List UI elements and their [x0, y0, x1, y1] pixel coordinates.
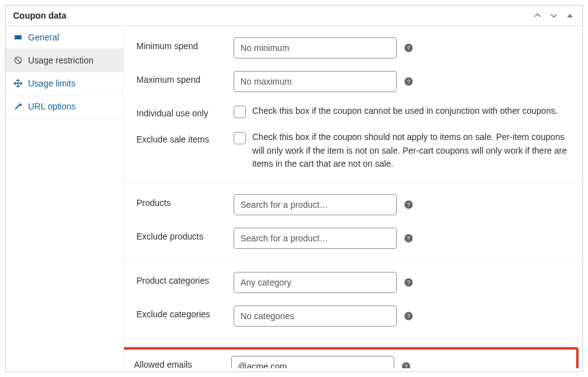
- help-icon[interactable]: ?: [401, 361, 412, 368]
- coupon-data-panel: Coupon data General: [5, 5, 583, 372]
- svg-line-1: [16, 58, 21, 63]
- ticket-icon: [13, 32, 23, 42]
- row-individual-use: Individual use only Check this box if th…: [124, 98, 582, 124]
- row-categories: Product categories ?: [124, 266, 582, 299]
- section-categories: Product categories ? Exclude categories …: [124, 261, 582, 338]
- sidebar-item-label: URL options: [28, 101, 76, 111]
- exclude-products-input[interactable]: [234, 228, 397, 249]
- row-products: Products ?: [124, 188, 582, 221]
- svg-text:?: ?: [407, 279, 410, 286]
- row-exclude-categories: Exclude categories ?: [124, 299, 582, 333]
- help-icon[interactable]: ?: [403, 233, 414, 244]
- help-icon[interactable]: ?: [403, 42, 414, 54]
- label-categories: Product categories: [136, 272, 224, 286]
- section-spend: Minimum spend ? Maximum spend ?: [124, 26, 582, 183]
- move-icon: [13, 78, 23, 88]
- panel-body: General Usage restriction Usage limits U…: [6, 26, 582, 368]
- panel-controls: [533, 11, 575, 21]
- label-individual-use: Individual use only: [136, 105, 224, 118]
- minimum-spend-input[interactable]: [234, 37, 397, 58]
- help-icon[interactable]: ?: [403, 76, 414, 87]
- help-icon[interactable]: ?: [403, 199, 414, 210]
- panel-header: Coupon data: [6, 6, 582, 26]
- label-maximum-spend: Maximum spend: [136, 71, 224, 85]
- svg-text:?: ?: [407, 78, 410, 85]
- chevron-up-icon[interactable]: [533, 11, 543, 21]
- row-minimum-spend: Minimum spend ?: [124, 31, 582, 65]
- row-maximum-spend: Maximum spend ?: [124, 65, 582, 98]
- sidebar-item-usage-limits[interactable]: Usage limits: [6, 72, 123, 95]
- individual-use-checkbox[interactable]: [234, 106, 246, 118]
- help-icon[interactable]: ?: [403, 310, 414, 322]
- wrench-icon: [13, 101, 23, 111]
- allowed-emails-input[interactable]: [231, 356, 394, 368]
- sidebar-item-url-options[interactable]: URL options: [6, 95, 123, 118]
- panel-title: Coupon data: [13, 11, 67, 21]
- maximum-spend-input[interactable]: [234, 71, 397, 92]
- label-allowed-emails: Allowed emails: [134, 356, 221, 368]
- triangle-up-icon[interactable]: [565, 11, 575, 21]
- exclude-sale-desc: Check this box if the coupon should not …: [252, 131, 570, 171]
- svg-text:?: ?: [407, 313, 410, 319]
- label-products: Products: [136, 194, 224, 208]
- sidebar-item-general[interactable]: General: [6, 26, 123, 49]
- categories-input[interactable]: [234, 272, 397, 293]
- sidebar-item-usage-restriction[interactable]: Usage restriction: [6, 49, 123, 72]
- row-allowed-emails: Allowed emails ?: [124, 350, 576, 368]
- svg-text:?: ?: [405, 363, 408, 368]
- row-exclude-sale: Exclude sale items Check this box if the…: [124, 124, 582, 177]
- label-minimum-spend: Minimum spend: [136, 37, 224, 51]
- exclude-categories-input[interactable]: [234, 305, 397, 327]
- individual-use-desc: Check this box if the coupon cannot be u…: [252, 105, 557, 118]
- section-products: Products ? Exclude products ?: [124, 183, 582, 261]
- sidebar-item-label: Usage restriction: [28, 55, 93, 65]
- ban-icon: [13, 55, 23, 65]
- products-input[interactable]: [234, 194, 397, 215]
- sidebar-item-label: General: [28, 32, 59, 42]
- label-exclude-sale: Exclude sale items: [136, 131, 224, 144]
- sidebar-item-label: Usage limits: [28, 78, 75, 88]
- svg-text:?: ?: [407, 45, 410, 51]
- help-icon[interactable]: ?: [403, 277, 414, 288]
- svg-text:?: ?: [407, 202, 410, 208]
- allowed-emails-highlight: Allowed emails ?: [124, 347, 579, 368]
- chevron-down-icon[interactable]: [549, 11, 559, 21]
- svg-text:?: ?: [407, 235, 410, 241]
- content: Minimum spend ? Maximum spend ?: [124, 26, 582, 368]
- section-emails: Allowed emails ?: [124, 338, 582, 368]
- label-exclude-categories: Exclude categories: [136, 305, 224, 319]
- exclude-sale-checkbox[interactable]: [234, 132, 246, 144]
- label-exclude-products: Exclude products: [136, 228, 224, 241]
- row-exclude-products: Exclude products ?: [124, 221, 582, 255]
- sidebar: General Usage restriction Usage limits U…: [6, 26, 124, 368]
